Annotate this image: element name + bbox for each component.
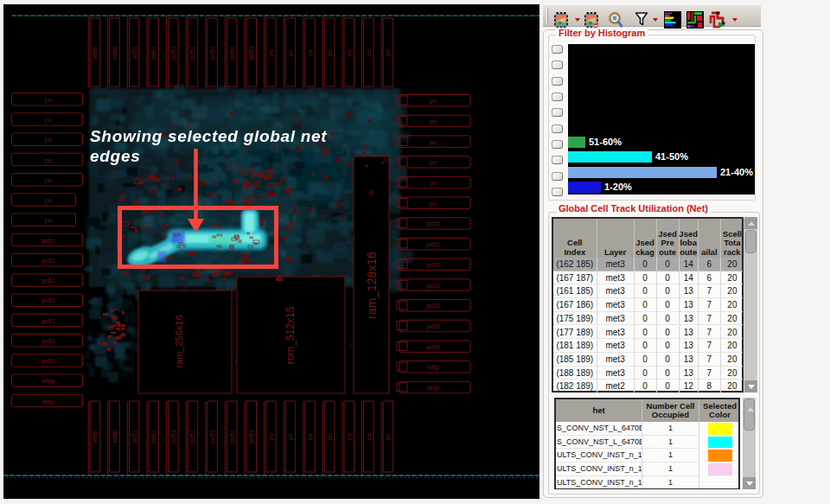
svg-text:vddp: vddp: [112, 46, 118, 59]
svg-text:po: po: [430, 98, 437, 105]
svg-text:po51: po51: [426, 262, 440, 269]
svg-text:po51: po51: [42, 358, 55, 365]
svg-text:po: po: [45, 117, 52, 124]
svg-text:po: po: [287, 49, 294, 56]
svg-text:po: po: [430, 159, 437, 166]
svg-text:po51: po51: [131, 430, 138, 443]
svg-text:Showing selected global net: Showing selected global net: [90, 127, 327, 145]
svg-text:po51: po51: [131, 46, 138, 60]
svg-text:po: po: [430, 201, 437, 207]
svg-text:po51: po51: [42, 238, 55, 245]
svg-text:po: po: [45, 157, 52, 164]
svg-text:po: po: [287, 433, 294, 440]
svg-text:po51: po51: [209, 430, 216, 443]
svg-text:vssp: vssp: [427, 385, 440, 392]
svg-text:po: po: [366, 49, 373, 56]
svg-text:ram_128x16: ram_128x16: [365, 252, 379, 319]
svg-text:po51: po51: [189, 430, 196, 443]
svg-text:po: po: [346, 49, 353, 56]
svg-text:po: po: [268, 433, 275, 440]
svg-text:po51: po51: [426, 344, 440, 351]
svg-text:po: po: [45, 137, 52, 144]
svg-text:po51: po51: [170, 46, 177, 60]
svg-text:vssp: vssp: [42, 399, 55, 405]
svg-text:po51: po51: [248, 46, 255, 60]
svg-text:po51: po51: [209, 46, 216, 60]
svg-text:po51: po51: [229, 430, 236, 443]
svg-text:po51: po51: [42, 318, 55, 325]
svg-text:po51: po51: [426, 323, 440, 330]
svg-text:vssp: vssp: [92, 431, 99, 443]
svg-text:edges: edges: [90, 147, 140, 165]
svg-text:ram_256x16: ram_256x16: [174, 315, 184, 367]
svg-text:po: po: [430, 180, 437, 187]
svg-text:vddp: vddp: [426, 364, 439, 371]
svg-text:po51: po51: [426, 241, 440, 248]
svg-text:po: po: [327, 433, 334, 440]
svg-text:vddp: vddp: [42, 378, 54, 385]
svg-text:po: po: [430, 139, 437, 146]
svg-text:rom_512x15: rom_512x15: [284, 306, 297, 364]
svg-text:vssp: vssp: [92, 47, 99, 60]
svg-text:po51: po51: [426, 220, 440, 227]
svg-text:po51: po51: [229, 46, 236, 60]
svg-text:po: po: [346, 433, 353, 440]
svg-text:po51: po51: [426, 303, 440, 309]
svg-text:po: po: [327, 49, 334, 56]
svg-text:po51: po51: [426, 283, 440, 290]
svg-text:po: po: [366, 433, 373, 440]
svg-text:po51: po51: [248, 430, 255, 443]
svg-text:po51: po51: [189, 46, 196, 60]
svg-text:po: po: [430, 118, 437, 125]
svg-text:po51: po51: [42, 338, 55, 345]
svg-text:po: po: [268, 49, 275, 56]
svg-text:po51: po51: [42, 258, 55, 265]
svg-text:po: po: [385, 433, 392, 440]
svg-text:vddp: vddp: [112, 430, 118, 443]
svg-text:po: po: [307, 433, 314, 440]
svg-text:po51: po51: [150, 46, 157, 60]
svg-text:po: po: [307, 49, 314, 56]
svg-text:po: po: [45, 177, 52, 184]
svg-text:po: po: [385, 49, 392, 56]
svg-text:po51: po51: [170, 430, 177, 443]
svg-text:po: po: [45, 217, 52, 224]
svg-text:po51: po51: [150, 430, 157, 443]
svg-text:po51: po51: [42, 297, 55, 304]
svg-text:po: po: [45, 97, 52, 104]
svg-text:po51: po51: [42, 278, 55, 284]
svg-text:po: po: [45, 197, 52, 204]
